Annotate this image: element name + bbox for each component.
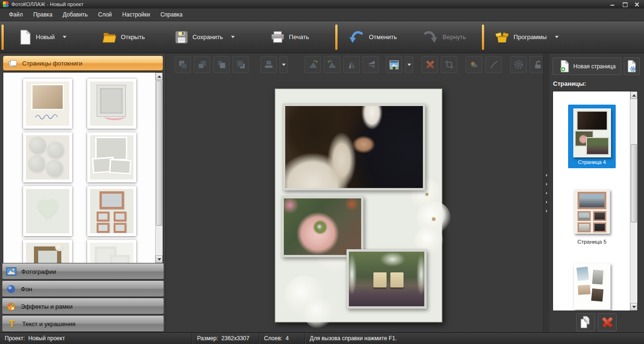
panel-splitter[interactable]: › › › › › xyxy=(543,53,549,332)
new-dropdown-icon[interactable] xyxy=(63,36,66,38)
flower-decoration xyxy=(304,298,334,328)
scrollbar-thumb[interactable] xyxy=(156,81,162,226)
lower-layer-button[interactable] xyxy=(194,56,210,73)
section-background-button[interactable]: Фон xyxy=(2,281,164,297)
align-button[interactable] xyxy=(260,56,277,73)
rotate-left-button[interactable] xyxy=(305,56,321,73)
photo-wedding-arch[interactable] xyxy=(347,249,427,309)
page-settings-button[interactable] xyxy=(624,57,640,75)
menu-add[interactable]: Добавить xyxy=(58,9,93,20)
settings-button[interactable] xyxy=(510,56,527,73)
delete-x-icon xyxy=(425,60,435,69)
new-page-icon xyxy=(560,60,570,73)
new-project-button[interactable]: Новый xyxy=(14,24,72,51)
maximize-icon[interactable] xyxy=(622,2,627,7)
rotate-right-icon xyxy=(327,59,338,70)
photo-rings-on-flower[interactable] xyxy=(281,196,363,257)
raise-layer-icon xyxy=(178,59,188,70)
save-label: Сохранить xyxy=(192,33,223,41)
toolbar-separator xyxy=(482,25,484,50)
flip-vertical-button[interactable] xyxy=(363,56,379,73)
page-item-4-selected[interactable]: Страница 4 xyxy=(568,105,616,168)
flip-vertical-icon xyxy=(366,59,376,70)
template-card-wood-frame[interactable] xyxy=(23,240,72,263)
template-card-rings[interactable] xyxy=(23,79,72,129)
open-button[interactable]: Открыть xyxy=(97,24,150,51)
align-dropdown-button[interactable] xyxy=(280,56,288,73)
section-background-label: Фон xyxy=(21,286,32,293)
chevron-down-icon xyxy=(407,64,411,66)
open-label: Открыть xyxy=(121,33,145,41)
section-effects-button[interactable]: Эффекты и рамки xyxy=(2,298,164,314)
scroll-down-icon[interactable] xyxy=(630,303,637,311)
photobook-icon xyxy=(8,59,17,67)
size-value: 2362x3307 xyxy=(222,335,249,342)
scroll-up-icon[interactable] xyxy=(156,73,163,80)
redo-arrow-icon xyxy=(422,29,438,45)
status-help: Для вызова справки нажмите F1. xyxy=(305,333,644,344)
delete-page-button[interactable] xyxy=(598,313,617,331)
redo-button[interactable]: Вернуть xyxy=(417,24,472,51)
photobook-pages-header[interactable]: Страницы фотокниги xyxy=(3,56,163,71)
bring-to-front-button[interactable] xyxy=(213,56,230,73)
section-text-button[interactable]: T Текст и украшения xyxy=(2,316,164,332)
template-card-light-frames[interactable] xyxy=(87,240,136,263)
save-dropdown-icon[interactable] xyxy=(231,36,235,38)
page-item-6[interactable] xyxy=(574,263,611,310)
template-card-circles[interactable] xyxy=(23,132,72,182)
lower-layer-icon xyxy=(197,59,207,70)
flip-horizontal-button[interactable] xyxy=(343,56,360,73)
template-list-scrollbar[interactable] xyxy=(155,73,163,263)
help-text: Для вызова справки нажмите F1. xyxy=(310,335,397,342)
new-page-button[interactable]: Новая страница xyxy=(553,57,621,75)
delete-layer-button[interactable] xyxy=(421,56,438,73)
programs-dropdown-icon[interactable] xyxy=(555,36,559,38)
photobook-pages-label: Страницы фотокниги xyxy=(22,60,82,67)
save-button[interactable]: Сохранить xyxy=(169,24,240,51)
collage-page[interactable] xyxy=(275,89,442,322)
layers-label: Слоев: xyxy=(264,335,282,342)
page-settings-icon xyxy=(627,60,636,73)
template-card-copper-frames[interactable] xyxy=(87,186,136,236)
redo-label: Вернуть xyxy=(443,33,466,41)
minimize-icon[interactable] xyxy=(610,2,615,7)
new-project-label: Новый xyxy=(36,33,55,41)
scrollbar-thumb[interactable] xyxy=(631,144,637,222)
menu-edit[interactable]: Правка xyxy=(28,9,58,20)
print-button[interactable]: Печать xyxy=(265,24,315,51)
toolbar-separator xyxy=(335,25,338,50)
send-to-back-button[interactable] xyxy=(232,56,249,73)
title-bar: ФотоКОЛЛАЖ - Новый проект xyxy=(0,0,644,8)
app-logo-icon xyxy=(3,1,8,7)
crop-icon xyxy=(444,59,454,70)
photo-dancing-couple[interactable] xyxy=(283,104,425,190)
fit-page-button[interactable] xyxy=(386,56,402,73)
raise-layer-button[interactable] xyxy=(174,56,191,73)
menu-file[interactable]: Файл xyxy=(4,9,28,20)
mask-button[interactable] xyxy=(466,56,482,73)
page-5-thumbnail xyxy=(574,189,610,234)
template-card-gray-frame[interactable] xyxy=(87,79,136,129)
programs-button[interactable]: Программы xyxy=(489,24,564,51)
template-card-stacked[interactable] xyxy=(87,132,136,182)
status-bar: Проект: Новый проект Размер: 2362x3307 С… xyxy=(0,332,644,344)
section-photos-button[interactable]: Фотографии xyxy=(2,263,164,279)
undo-button[interactable]: Отменить xyxy=(343,24,402,51)
page-4-label: Страница 4 xyxy=(578,159,606,165)
menu-help[interactable]: Справка xyxy=(155,9,188,20)
template-card-heart[interactable] xyxy=(23,186,72,236)
fit-page-dropdown-button[interactable] xyxy=(405,56,413,73)
crop-button[interactable] xyxy=(441,56,457,73)
scroll-up-icon[interactable] xyxy=(630,91,637,99)
rotate-right-button[interactable] xyxy=(324,56,340,73)
brush-button[interactable] xyxy=(485,56,502,73)
menu-layer[interactable]: Слой xyxy=(93,9,117,20)
section-photos-label: Фотографии xyxy=(21,268,56,275)
close-icon[interactable] xyxy=(635,2,639,7)
copy-page-button[interactable] xyxy=(576,313,595,331)
page-item-5[interactable] xyxy=(574,189,610,234)
scroll-down-icon[interactable] xyxy=(156,255,163,263)
pages-scrollbar[interactable] xyxy=(630,91,637,311)
project-value: Новый проект xyxy=(28,335,65,342)
menu-settings[interactable]: Настройки xyxy=(117,9,155,20)
